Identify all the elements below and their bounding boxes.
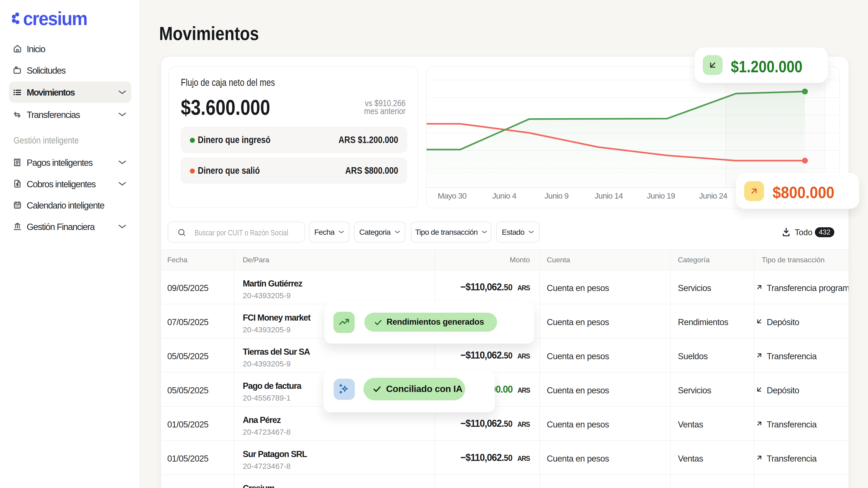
svg-text:Mayo 30: Mayo 30 [438,191,467,200]
svg-text:Junio 14: Junio 14 [595,191,623,200]
svg-text:Junio 4: Junio 4 [492,191,516,200]
svg-text:Junio 9: Junio 9 [545,191,568,200]
svg-text:Junio 19: Junio 19 [647,191,675,200]
svg-text:Junio 24: Junio 24 [699,191,727,200]
